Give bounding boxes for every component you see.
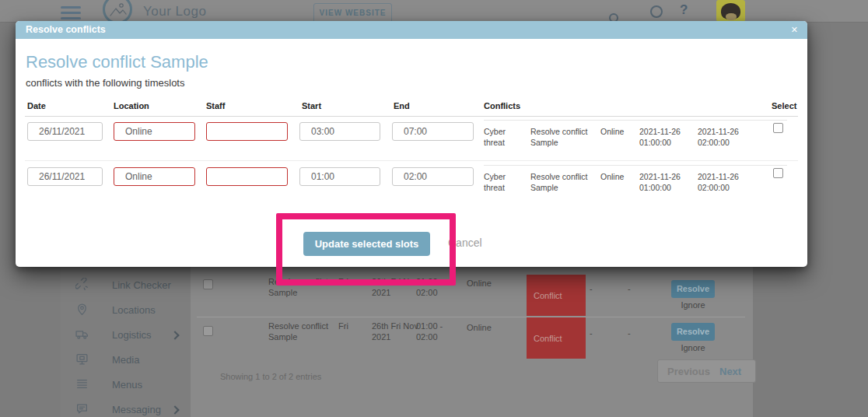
resolution-start: - — [590, 328, 593, 338]
location-pin-icon — [75, 303, 89, 316]
conflict-threat: Cyber threat — [484, 127, 521, 148]
chevron-right-icon — [170, 331, 179, 339]
date-input[interactable] — [27, 122, 103, 141]
event-day: Fri — [338, 321, 348, 331]
row-divider — [197, 317, 745, 317]
event-date: 26th Fri Nov 2021 — [372, 321, 420, 342]
staff-input[interactable] — [206, 167, 288, 186]
table-summary: Showing 1 to 2 of 2 entries — [220, 372, 321, 381]
sidebar-item-menus[interactable]: Menus — [61, 377, 191, 394]
logo-text: Your Logo — [143, 4, 206, 19]
start-time-input[interactable] — [299, 167, 380, 186]
conflict-status-badge: Conflict — [527, 275, 586, 316]
sidebar-item-messaging[interactable]: Messaging — [61, 401, 191, 417]
top-navigation-bar: Your Logo VIEW WEBSITE ? — [0, 0, 868, 23]
event-title: Resolve conflict Sample — [268, 321, 337, 342]
update-selected-slots-button[interactable]: Update selected slots — [303, 232, 430, 256]
sidebar-item-label: Logistics — [112, 329, 152, 341]
event-time: 01:00 - 02:00 — [416, 276, 459, 298]
select-slot-checkbox[interactable] — [773, 123, 783, 133]
conflict-title: Resolve conflict Sample — [530, 127, 594, 148]
conflict-divider — [484, 165, 787, 166]
column-header-end: End — [394, 101, 410, 110]
sidebar-item-label: Messaging — [112, 404, 161, 415]
cancel-link[interactable]: Cancel — [448, 237, 482, 249]
staff-input[interactable] — [206, 122, 288, 141]
row-select-checkbox[interactable] — [203, 326, 213, 336]
user-avatar[interactable] — [716, 0, 745, 22]
event-date: 26th Fri Nov 2021 — [372, 276, 420, 298]
broken-link-icon — [75, 278, 89, 291]
resolve-button[interactable]: Resolve — [671, 323, 715, 341]
previous-page-button[interactable]: Previous — [667, 366, 710, 377]
sidebar-item-label: Media — [112, 354, 139, 366]
next-page-button[interactable]: Next — [719, 366, 741, 377]
resolution-end: - — [628, 328, 631, 338]
resolution-end: - — [628, 283, 631, 294]
sidebar-item-logistics[interactable]: Logistics — [61, 327, 191, 344]
chevron-right-icon — [170, 405, 179, 414]
column-header-conflicts: Conflicts — [484, 101, 520, 110]
column-header-start: Start — [302, 101, 321, 110]
end-time-input[interactable] — [392, 122, 474, 141]
start-time-input[interactable] — [299, 122, 380, 141]
modal-heading: Resolve conflict Sample — [26, 52, 208, 72]
support-icon[interactable] — [650, 5, 663, 18]
monitor-icon — [75, 352, 89, 366]
modal-header: Resolve conflicts ✕ — [16, 21, 807, 39]
close-icon[interactable]: ✕ — [791, 21, 798, 39]
resolution-start: - — [590, 283, 593, 294]
select-slot-checkbox[interactable] — [773, 168, 783, 178]
sidebar-item-media[interactable]: Media — [61, 352, 191, 369]
end-time-input[interactable] — [392, 167, 474, 186]
conflict-status-badge: Conflict — [527, 317, 586, 359]
conflict-divider — [484, 120, 787, 121]
row-select-checkbox[interactable] — [203, 279, 213, 289]
event-day: Fri — [338, 276, 348, 287]
sidebar-item-label: Link Checker — [112, 279, 171, 291]
conflict-threat: Cyber threat — [484, 172, 521, 193]
conflict-title: Resolve conflict Sample — [530, 172, 594, 193]
ignore-link[interactable]: Ignore — [671, 343, 715, 352]
sidebar-item-label: Locations — [112, 304, 156, 316]
pagination: Previous Next — [657, 359, 756, 383]
date-input[interactable] — [27, 167, 103, 186]
conflict-location: Online — [600, 127, 636, 138]
modal-subheading: conflicts with the following timeslots — [26, 77, 184, 89]
help-icon[interactable]: ? — [680, 2, 688, 18]
event-location: Online — [467, 322, 492, 333]
sidebar-item-link-checker[interactable]: Link Checker — [61, 277, 191, 294]
location-input[interactable] — [114, 167, 195, 186]
conflict-start: 2021-11-26 01:00:00 — [639, 172, 695, 193]
event-location: Online — [467, 278, 492, 289]
event-title: Resolve conflict Sample — [268, 276, 337, 298]
truck-icon — [75, 328, 89, 341]
event-time: 01:00 - 02:00 — [416, 321, 459, 342]
sidebar-item-label: Menus — [112, 379, 142, 391]
location-input[interactable] — [114, 122, 195, 141]
chat-bubble-icon — [75, 402, 89, 415]
modal-title: Resolve conflicts — [26, 21, 106, 39]
column-header-select: Select — [772, 101, 796, 110]
column-header-date: Date — [27, 101, 46, 110]
row-divider — [25, 160, 798, 161]
column-header-staff: Staff — [206, 101, 225, 110]
header-divider — [25, 116, 798, 117]
column-header-location: Location — [114, 101, 149, 110]
ignore-link[interactable]: Ignore — [671, 300, 715, 310]
sidebar-item-locations[interactable]: Locations — [61, 302, 191, 319]
conflict-location: Online — [600, 172, 636, 183]
resolve-button[interactable]: Resolve — [671, 280, 715, 298]
conflict-start: 2021-11-26 01:00:00 — [639, 127, 695, 148]
list-icon — [75, 377, 89, 391]
conflict-end: 2021-11-26 02:00:00 — [698, 172, 754, 193]
hamburger-menu-icon[interactable] — [61, 6, 81, 23]
resolve-conflicts-modal: Resolve conflicts ✕ Resolve conflict Sam… — [16, 21, 807, 267]
conflict-end: 2021-11-26 02:00:00 — [698, 127, 754, 148]
